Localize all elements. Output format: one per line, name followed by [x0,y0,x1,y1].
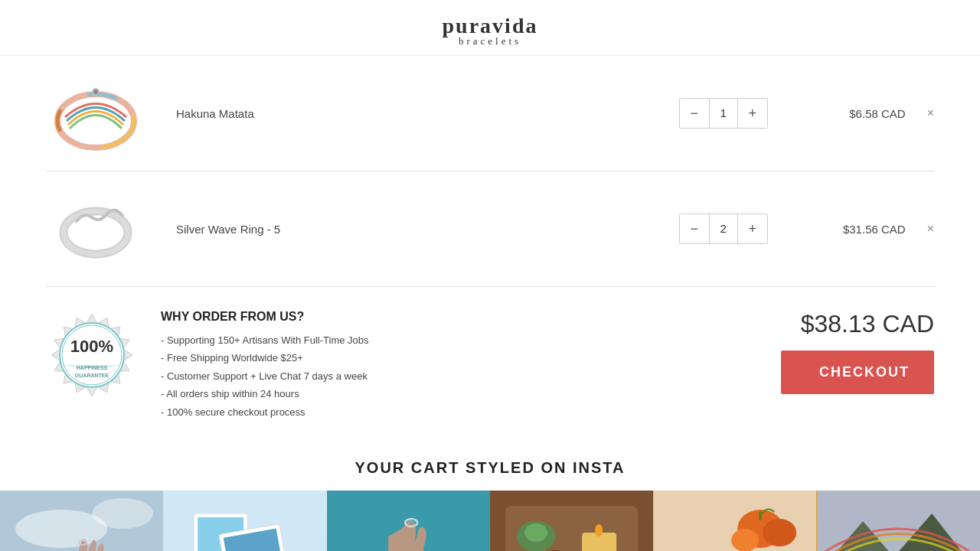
quantity-value-1: 1 [709,99,738,128]
quantity-value-2: 2 [709,214,738,243]
instagram-image-2[interactable] [327,491,490,551]
quantity-decrease-1[interactable]: − [680,99,709,128]
cart-item-1: Hakuna Matata − 1 + $6.58 CAD × [46,56,934,171]
checkout-section: $38.13 CAD CHECKOUT [781,310,934,394]
svg-point-8 [64,211,128,254]
remove-item-1[interactable]: × [927,106,934,120]
svg-text:GUARANTEE: GUARANTEE [75,373,109,378]
svg-point-44 [763,519,796,546]
why-order-point-3: - All orders ship within 24 hours [161,385,766,403]
svg-point-37 [595,524,603,536]
why-order-section: WHY ORDER FROM US? - Supporting 150+ Art… [161,310,781,421]
logo-main: puravida [443,14,538,37]
svg-point-5 [93,90,98,94]
logo: puravida bracelets [0,14,980,47]
instagram-image-1[interactable] [163,491,326,551]
instagram-image-3[interactable] [490,491,653,551]
cart-total: $38.13 CAD [781,310,934,338]
svg-point-18 [92,498,153,529]
logo-sub: bracelets [0,35,980,47]
instagram-title: YOUR CART STYLED ON INSTA [0,459,980,477]
cart-container: Hakuna Matata − 1 + $6.58 CAD × Silver W… [46,56,934,436]
svg-rect-46 [759,511,762,520]
quantity-control-2: − 2 + [679,214,768,244]
product-image-1 [46,71,145,155]
svg-text:100%: 100% [70,337,113,356]
item-price-2: $31.56 CAD [814,223,906,236]
item-price-1: $6.58 CAD [814,107,906,120]
why-order-point-4: - 100% secure checkout process [161,403,766,421]
cart-item-2: Silver Wave Ring - 5 − 2 + $31.56 CAD × [46,171,934,287]
why-order-point-1: - Free Shipping Worldwide $25+ [161,349,766,367]
why-order-point-0: - Supporting 150+ Artisans With Full-Tim… [161,331,766,349]
svg-point-35 [524,523,547,542]
remove-item-2[interactable]: × [927,222,934,236]
product-image-2 [46,187,145,271]
quantity-control-1: − 1 + [679,98,768,129]
svg-text:HAPPINESS: HAPPINESS [77,365,108,370]
instagram-image-4[interactable] [653,491,816,551]
instagram-image-5[interactable]: VW [817,491,980,551]
product-name-2: Silver Wave Ring - 5 [145,223,679,236]
quantity-decrease-2[interactable]: − [680,214,709,243]
svg-point-45 [731,529,759,551]
why-order-point-2: - Customer Support + Live Chat 7 days a … [161,367,766,385]
why-order-list: - Supporting 150+ Artisans With Full-Tim… [161,331,766,421]
quantity-increase-2[interactable]: + [738,214,767,243]
cart-bottom: 100% HAPPINESS GUARANTEE WHY ORDER FROM … [46,287,934,436]
product-name-1: Hakuna Matata [145,107,679,120]
why-order-title: WHY ORDER FROM US? [161,310,766,324]
quantity-increase-1[interactable]: + [738,99,767,128]
instagram-section: YOUR CART STYLED ON INSTA [0,436,980,551]
svg-point-31 [410,520,415,523]
guarantee-badge: 100% HAPPINESS GUARANTEE [46,310,138,402]
header: puravida bracelets [0,0,980,56]
checkout-button[interactable]: CHECKOUT [781,350,934,394]
instagram-image-0[interactable] [0,491,163,551]
instagram-grid: VW [0,491,980,551]
